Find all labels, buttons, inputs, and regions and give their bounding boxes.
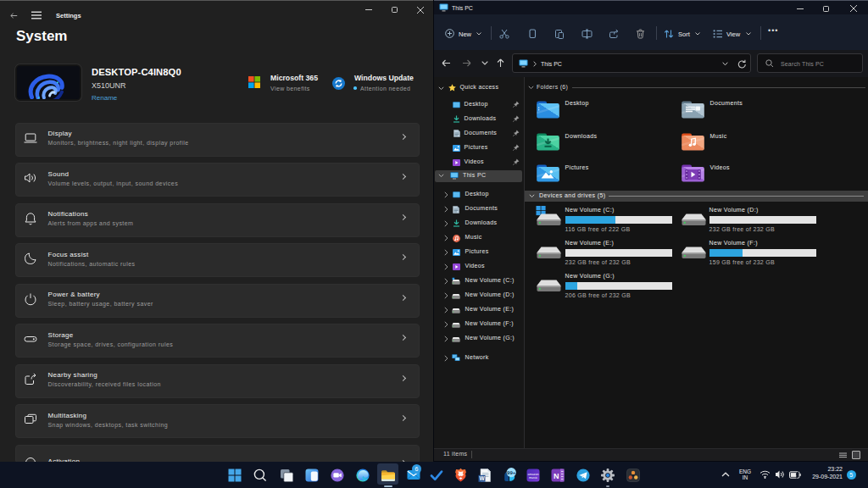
svg-text:W: W bbox=[479, 475, 485, 481]
svg-text:music: music bbox=[529, 475, 537, 479]
svg-text:99+: 99+ bbox=[507, 469, 516, 474]
svg-text:N: N bbox=[554, 471, 559, 480]
